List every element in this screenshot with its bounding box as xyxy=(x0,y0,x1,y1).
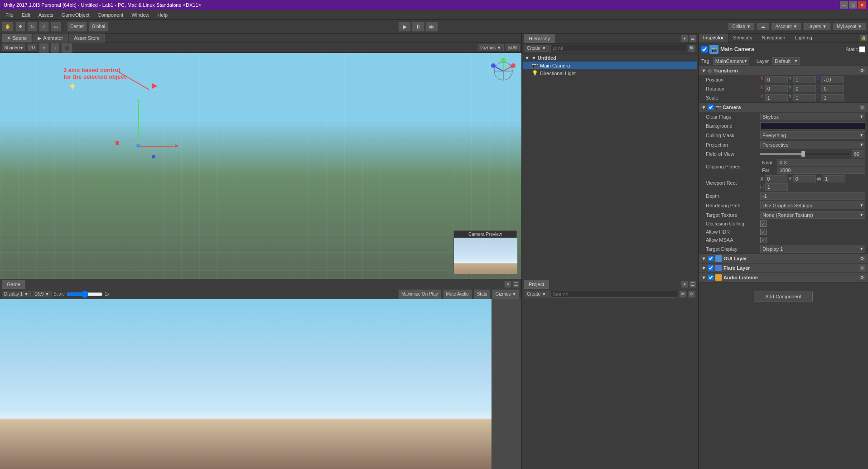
flare-layer-header[interactable]: ▼ Flare Layer ⚙ xyxy=(699,263,868,273)
static-checkbox[interactable] xyxy=(859,46,865,53)
audio-listener-header[interactable]: ▼ Audio Listener ⚙ xyxy=(699,273,868,282)
pos-z-field[interactable]: -10 xyxy=(821,76,844,83)
effects-toggle[interactable]: ⬛ xyxy=(61,43,72,53)
transform-settings-icon[interactable]: ⚙ xyxy=(859,67,865,74)
depth-value-field[interactable]: -1 xyxy=(760,192,865,200)
tab-scene[interactable]: ✦ Scene xyxy=(2,34,32,43)
tab-project[interactable]: Project xyxy=(524,280,549,289)
account-button[interactable]: Account ▼ xyxy=(771,23,801,30)
hierarchy-menu-button[interactable]: ☰ xyxy=(689,35,696,42)
scale-tool[interactable]: ⤢ xyxy=(39,22,49,32)
tab-hierarchy[interactable]: Hierarchy xyxy=(524,34,555,43)
tab-lighting[interactable]: Lighting xyxy=(790,34,817,43)
menu-assets[interactable]: Assets xyxy=(35,11,57,19)
scene-all-dropdown[interactable]: @All xyxy=(506,44,520,51)
scale-slider[interactable] xyxy=(67,291,103,298)
gui-layer-active-checkbox[interactable] xyxy=(708,256,714,261)
collab-button[interactable]: Collab ▼ xyxy=(728,23,755,30)
pos-y-field[interactable]: 1 xyxy=(793,76,816,83)
active-checkbox[interactable] xyxy=(701,46,708,53)
hand-tool[interactable]: ✋ xyxy=(2,22,14,32)
rotate-tool[interactable]: ↻ xyxy=(27,22,37,32)
gizmos-dropdown[interactable]: Gizmos ▼ xyxy=(478,44,504,51)
menu-file[interactable]: File xyxy=(2,11,17,19)
close-button[interactable]: ✕ xyxy=(858,1,866,9)
lighting-toggle[interactable]: ☀ xyxy=(39,43,49,53)
audio-listener-active-checkbox[interactable] xyxy=(708,275,714,280)
pause-button[interactable]: ⏸ xyxy=(412,22,424,32)
menu-help[interactable]: Help xyxy=(154,11,171,19)
gui-layer-settings-icon[interactable]: ⚙ xyxy=(859,255,865,262)
tab-game[interactable]: Game xyxy=(2,280,25,289)
game-gizmos-btn[interactable]: Gizmos ▼ xyxy=(492,289,520,299)
vp-x-field[interactable]: 0 xyxy=(765,175,787,182)
tab-navigation[interactable]: Navigation xyxy=(757,34,790,43)
target-texture-dropdown[interactable]: None (Render Texture)▾ xyxy=(760,211,865,219)
occlusion-checkbox[interactable]: ✓ xyxy=(760,220,767,227)
near-value-field[interactable]: 0.3 xyxy=(777,159,865,166)
hierarchy-item-directional-light[interactable]: 💡 Directional Light xyxy=(523,69,697,77)
cloud-button[interactable]: ☁ xyxy=(757,23,769,30)
mute-audio-btn[interactable]: Mute Audio xyxy=(443,289,472,299)
fov-value-field[interactable]: 60 xyxy=(852,150,865,158)
hierarchy-item-main-camera[interactable]: 📷 Main Camera xyxy=(523,62,697,69)
project-refresh-btn[interactable]: ↻ xyxy=(688,291,695,298)
scale-y-field[interactable]: 1 xyxy=(793,94,816,101)
play-button[interactable]: ▶ xyxy=(398,22,411,32)
hierarchy-search-btn[interactable]: 🔍 xyxy=(688,45,695,52)
center-button[interactable]: Center xyxy=(67,22,87,32)
transform-header[interactable]: ▼ ⊕ Transform ⚙ xyxy=(699,66,868,75)
layout-button[interactable]: MyLayout ▼ xyxy=(833,23,866,30)
rot-x-field[interactable]: 0 xyxy=(765,85,788,92)
add-component-button[interactable]: Add Component xyxy=(754,292,813,302)
project-eye-btn[interactable]: 👁 xyxy=(679,291,686,298)
far-value-field[interactable]: 1000 xyxy=(777,167,865,174)
game-menu-btn[interactable]: ☰ xyxy=(512,281,520,288)
vp-h-field[interactable]: 1 xyxy=(765,183,788,191)
scale-x-field[interactable]: 1 xyxy=(765,94,788,101)
tag-dropdown[interactable]: MainCamera▾ xyxy=(713,57,749,65)
camera-settings-icon[interactable]: ⚙ xyxy=(859,104,865,110)
tab-inspector[interactable]: Inspector xyxy=(699,34,728,43)
culling-mask-dropdown[interactable]: Everything▾ xyxy=(760,131,865,139)
projection-dropdown[interactable]: Perspective▾ xyxy=(760,141,865,148)
target-display-dropdown[interactable]: Display 1▾ xyxy=(760,245,865,253)
pos-x-field[interactable]: 0 xyxy=(765,76,788,83)
rot-z-field[interactable]: 0 xyxy=(821,85,844,92)
minimize-button[interactable]: ─ xyxy=(840,1,848,9)
scale-z-field[interactable]: 1 xyxy=(821,94,844,101)
gui-layer-header[interactable]: ▼ GUI Layer ⚙ xyxy=(699,254,868,263)
hierarchy-collapse-button[interactable]: ▾ xyxy=(681,35,688,42)
scene-viewport[interactable]: 3 axis based control for the selected ob… xyxy=(0,53,521,279)
tab-animator[interactable]: ▶ Animator xyxy=(33,34,68,43)
camera-header[interactable]: ▼ 📷 Camera ⚙ xyxy=(699,103,868,112)
allow-hdr-checkbox[interactable]: ✓ xyxy=(760,229,767,235)
flare-layer-settings-icon[interactable]: ⚙ xyxy=(859,265,865,271)
hierarchy-search-input[interactable] xyxy=(550,45,686,52)
menu-gameobject[interactable]: GameObject xyxy=(58,11,93,19)
vp-y-field[interactable]: 0 xyxy=(793,175,816,182)
allow-msaa-checkbox[interactable]: ✓ xyxy=(760,237,767,243)
inspector-lock-btn[interactable]: 🔒 xyxy=(860,34,867,42)
menu-component[interactable]: Component xyxy=(94,11,127,19)
tab-asset-store[interactable]: Asset Store xyxy=(69,34,105,43)
step-button[interactable]: ⏭ xyxy=(425,22,438,32)
rect-tool[interactable]: ▭ xyxy=(51,22,61,32)
project-collapse-btn[interactable]: ▾ xyxy=(681,281,688,288)
menu-window[interactable]: Window xyxy=(128,11,153,19)
shading-dropdown[interactable]: Shaded▾ xyxy=(2,44,25,51)
project-search-input[interactable] xyxy=(550,291,677,298)
global-button[interactable]: Global xyxy=(89,22,108,32)
layers-button[interactable]: Layers ▼ xyxy=(803,23,831,30)
clear-flags-dropdown[interactable]: Skybox▾ xyxy=(760,113,865,120)
tab-services[interactable]: Services xyxy=(728,34,757,43)
rot-y-field[interactable]: 0 xyxy=(793,85,816,92)
stats-btn[interactable]: Stats xyxy=(474,289,491,299)
project-menu-btn[interactable]: ☰ xyxy=(689,281,696,288)
maximize-button[interactable]: □ xyxy=(849,1,857,9)
vp-w-field[interactable]: 1 xyxy=(823,175,845,182)
project-create-dropdown[interactable]: Create ▼ xyxy=(525,291,549,297)
display-dropdown[interactable]: Display 1 ▼ xyxy=(2,291,31,297)
maximize-on-play-btn[interactable]: Maximize On Play xyxy=(398,289,441,299)
2d-button[interactable]: 2D xyxy=(27,44,37,51)
